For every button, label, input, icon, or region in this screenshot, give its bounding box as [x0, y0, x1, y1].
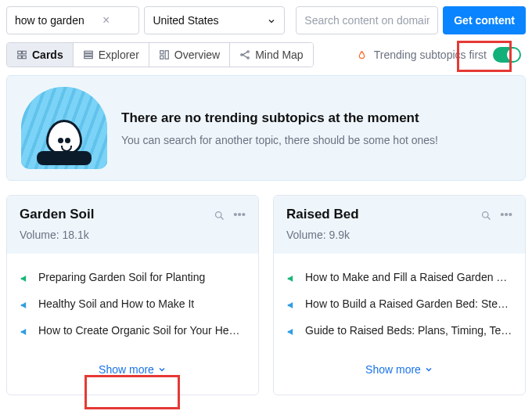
top-bar: × United States Get content	[0, 0, 532, 39]
card-volume: Volume: 18.1k	[20, 229, 246, 241]
bullhorn-icon	[286, 324, 299, 338]
domain-search-field[interactable]	[296, 6, 438, 34]
topic-card: Garden Soil ••• Volume: 18.1k Preparing …	[6, 195, 259, 395]
more-icon[interactable]: •••	[233, 207, 246, 222]
toggle-knob	[507, 49, 519, 61]
topic-card: Raised Bed ••• Volume: 9.9k How to Make …	[273, 195, 526, 395]
tab-label: Explorer	[99, 49, 139, 61]
bullhorn-icon	[20, 271, 32, 285]
tab-mind-map[interactable]: Mind Map	[230, 43, 312, 67]
mindmap-icon	[239, 49, 250, 60]
bullhorn-icon	[20, 324, 32, 338]
empty-state-panel: There are no trending subtopics at the m…	[6, 75, 526, 181]
svg-rect-6	[84, 56, 92, 58]
show-more-link[interactable]: Show more	[365, 363, 433, 376]
svg-rect-1	[23, 51, 27, 54]
empty-state-title: There are no trending subtopics at the m…	[121, 110, 438, 126]
card-volume: Volume: 9.9k	[286, 229, 512, 241]
card-title: Raised Bed	[286, 207, 473, 222]
svg-point-13	[216, 211, 222, 218]
tab-explorer[interactable]: Explorer	[74, 43, 149, 67]
tab-overview[interactable]: Overview	[149, 43, 230, 67]
more-icon[interactable]: •••	[500, 207, 512, 222]
svg-rect-4	[84, 51, 92, 52]
svg-point-11	[247, 51, 249, 52]
empty-state-text: There are no trending subtopics at the m…	[121, 110, 438, 146]
clear-search-icon[interactable]: ×	[101, 13, 111, 27]
trending-toggle-area: Trending subtopics first	[351, 45, 526, 64]
flame-icon	[356, 48, 368, 62]
list-item[interactable]: Healthy Soil and How to Make It	[20, 291, 246, 318]
overview-icon	[159, 49, 170, 60]
tab-label: Cards	[32, 49, 63, 61]
tab-label: Overview	[174, 49, 220, 61]
chevron-down-icon	[267, 15, 276, 26]
svg-rect-9	[160, 56, 164, 59]
svg-point-15	[483, 211, 489, 218]
trending-toggle[interactable]	[493, 47, 521, 63]
country-select[interactable]: United States	[144, 6, 285, 34]
svg-rect-7	[160, 51, 164, 54]
view-segmented-control: Cards Explorer Overview Mind Map	[6, 42, 314, 67]
topic-search-field[interactable]: ×	[6, 6, 139, 34]
country-value: United States	[153, 14, 218, 27]
card-body: Preparing Garden Soil for Planting Healt…	[7, 254, 258, 355]
svg-rect-2	[18, 56, 22, 59]
svg-rect-3	[23, 56, 27, 59]
list-item[interactable]: How to Build a Raised Garden Bed: Step .…	[286, 291, 512, 318]
trending-toggle-label: Trending subtopics first	[374, 49, 487, 61]
domain-search-input[interactable]	[304, 14, 430, 27]
view-tabs-row: Cards Explorer Overview Mind Map Trendin…	[0, 39, 532, 75]
card-header: Garden Soil ••• Volume: 18.1k	[7, 196, 258, 254]
card-title: Garden Soil	[20, 207, 206, 222]
svg-rect-8	[165, 51, 168, 59]
bullhorn-icon	[20, 297, 32, 312]
show-more-link[interactable]: Show more	[99, 363, 167, 376]
svg-line-14	[221, 217, 223, 219]
list-item[interactable]: Guide to Raised Beds: Plans, Timing, Ten…	[286, 318, 512, 344]
svg-point-12	[247, 57, 249, 59]
svg-line-16	[487, 217, 490, 219]
empty-state-subtitle: You can search for another topic, there …	[121, 134, 438, 146]
card-body: How to Make and Fill a Raised Garden Bed…	[274, 254, 525, 355]
tab-cards[interactable]: Cards	[7, 43, 74, 67]
search-icon[interactable]	[480, 207, 492, 222]
search-icon[interactable]	[214, 207, 225, 222]
cards-icon	[16, 49, 27, 60]
svg-point-10	[241, 54, 243, 56]
list-item[interactable]: How to Make and Fill a Raised Garden Bed	[286, 265, 512, 291]
card-header: Raised Bed ••• Volume: 9.9k	[274, 196, 525, 254]
get-content-button[interactable]: Get content	[443, 6, 526, 34]
list-item[interactable]: How to Create Organic Soil for Your Heal…	[20, 318, 246, 344]
cards-container: Garden Soil ••• Volume: 18.1k Preparing …	[0, 195, 532, 395]
bullhorn-icon	[286, 271, 299, 285]
svg-rect-5	[84, 54, 92, 56]
bullhorn-icon	[286, 297, 299, 312]
tab-label: Mind Map	[255, 49, 303, 61]
empty-state-illustration	[21, 87, 107, 169]
svg-rect-0	[18, 51, 22, 54]
list-item[interactable]: Preparing Garden Soil for Planting	[20, 265, 246, 291]
explorer-icon	[83, 49, 94, 60]
topic-search-input[interactable]	[15, 14, 101, 27]
